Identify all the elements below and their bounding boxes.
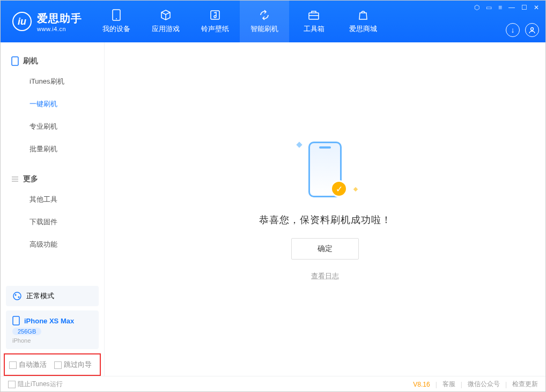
- window-controls: ⬡ ▭ ≡ — ☐ ✕: [473, 3, 540, 12]
- ok-button[interactable]: 确定: [291, 238, 359, 260]
- sidebar-item-advanced[interactable]: 高级功能: [1, 233, 104, 256]
- sidebar-group-flash: 刷机: [1, 52, 104, 70]
- sidebar-item-download-firmware[interactable]: 下载固件: [1, 211, 104, 233]
- svg-point-1: [116, 18, 117, 19]
- bag-icon: [357, 9, 369, 21]
- account-button[interactable]: [525, 23, 539, 37]
- footer-link-support[interactable]: 客服: [442, 380, 455, 389]
- app-name: 爱思助手: [37, 11, 82, 26]
- menu-icon[interactable]: ≡: [497, 3, 503, 12]
- sidebar-item-pro-flash[interactable]: 专业刷机: [1, 115, 104, 138]
- device-type: iPhone: [12, 337, 31, 344]
- logo: iu 爱思助手 www.i4.cn: [1, 1, 92, 42]
- main-content: ✓ 恭喜您，保资料刷机成功啦！ 确定 查看日志: [105, 42, 545, 376]
- svg-rect-6: [12, 57, 18, 65]
- toolbox-icon: [308, 9, 320, 21]
- maximize-button[interactable]: ☐: [520, 3, 528, 12]
- nav-store[interactable]: 爱思商城: [338, 1, 388, 42]
- cube-icon: [160, 9, 172, 21]
- svg-point-3: [214, 16, 216, 18]
- header-actions: ↓: [506, 23, 539, 37]
- minimize-button[interactable]: —: [507, 3, 516, 12]
- svg-point-8: [15, 294, 17, 296]
- nav-label: 应用游戏: [152, 24, 180, 34]
- svg-point-5: [531, 28, 534, 31]
- success-message: 恭喜您，保资料刷机成功啦！: [259, 213, 392, 226]
- device-icon: [110, 9, 122, 21]
- check-icon: ✓: [330, 180, 348, 197]
- sidebar: 刷机 iTunes刷机 一键刷机 专业刷机 批量刷机 更多 其他工具 下载固件 …: [1, 42, 105, 376]
- note-icon: [209, 9, 221, 21]
- note-icon[interactable]: ▭: [485, 3, 493, 12]
- device-info[interactable]: iPhone XS Max 256GB iPhone: [6, 310, 99, 349]
- main-nav: 我的设备 应用游戏 铃声壁纸 智能刷机 工具箱 爱思商城: [92, 1, 388, 42]
- download-button[interactable]: ↓: [506, 23, 520, 37]
- mode-label: 正常模式: [26, 291, 54, 301]
- nav-label: 智能刷机: [250, 24, 278, 34]
- svg-rect-10: [13, 316, 19, 325]
- sidebar-item-oneclick-flash[interactable]: 一键刷机: [1, 93, 104, 115]
- list-icon: [11, 175, 19, 183]
- nav-apps-games[interactable]: 应用游戏: [141, 1, 190, 42]
- nav-smart-flash[interactable]: 智能刷机: [240, 1, 289, 42]
- logo-icon: iu: [12, 12, 32, 31]
- version-label: V8.16: [413, 381, 430, 388]
- nav-ringtone-wallpaper[interactable]: 铃声壁纸: [190, 1, 240, 42]
- nav-toolbox[interactable]: 工具箱: [289, 1, 338, 42]
- skip-guide-checkbox[interactable]: 跳过向导: [54, 360, 92, 369]
- nav-label: 爱思商城: [349, 24, 377, 34]
- sidebar-item-other-tools[interactable]: 其他工具: [1, 188, 104, 211]
- device-icon: [12, 316, 20, 326]
- sidebar-item-itunes-flash[interactable]: iTunes刷机: [1, 70, 104, 93]
- status-bar: 阻止iTunes运行 V8.16 | 客服 | 微信公众号 | 检查更新: [1, 376, 545, 392]
- phone-icon: [11, 56, 19, 66]
- app-header: iu 爱思助手 www.i4.cn 我的设备 应用游戏 铃声壁纸 智能刷机 工具…: [1, 1, 545, 42]
- app-url: www.i4.cn: [37, 26, 82, 32]
- view-log-link[interactable]: 查看日志: [311, 271, 339, 281]
- refresh-icon: [259, 9, 270, 21]
- shirt-icon[interactable]: ⬡: [473, 3, 481, 12]
- device-capacity: 256GB: [12, 328, 41, 335]
- nav-label: 铃声壁纸: [201, 24, 229, 34]
- svg-rect-4: [309, 13, 319, 19]
- success-illustration: ✓: [287, 137, 363, 202]
- nav-label: 工具箱: [304, 24, 324, 34]
- device-name: iPhone XS Max: [24, 317, 74, 325]
- footer-link-wechat[interactable]: 微信公众号: [468, 380, 500, 389]
- mode-icon: [12, 291, 22, 301]
- auto-activate-checkbox[interactable]: 自动激活: [9, 360, 47, 369]
- svg-point-9: [18, 297, 20, 298]
- svg-point-7: [13, 292, 21, 300]
- mode-indicator[interactable]: 正常模式: [6, 286, 99, 306]
- close-button[interactable]: ✕: [533, 3, 540, 12]
- nav-label: 我的设备: [102, 24, 130, 34]
- block-itunes-checkbox[interactable]: 阻止iTunes运行: [8, 380, 63, 389]
- footer-link-update[interactable]: 检查更新: [512, 380, 538, 389]
- highlighted-options: 自动激活 跳过向导: [4, 353, 101, 376]
- sidebar-item-batch-flash[interactable]: 批量刷机: [1, 138, 104, 160]
- sidebar-group-more: 更多: [1, 170, 104, 188]
- nav-my-device[interactable]: 我的设备: [92, 1, 141, 42]
